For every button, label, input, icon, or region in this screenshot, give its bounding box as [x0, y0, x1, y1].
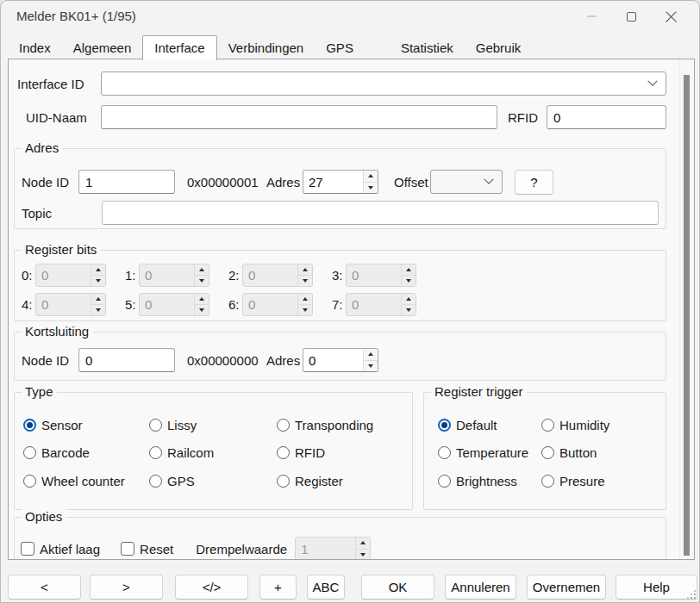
spinner-up-icon: [195, 264, 209, 276]
checkbox-aktief-laag[interactable]: Aktief laag: [21, 542, 100, 556]
window-controls: [572, 1, 691, 32]
opties-legend: Opties: [22, 509, 66, 524]
spinner-down-icon[interactable]: [364, 183, 378, 194]
uid-naam-label: UID-Naam: [26, 110, 87, 125]
radio-label: Humidity: [559, 418, 609, 432]
node-id-label: Node ID: [22, 175, 78, 190]
kortsluiting-hex-value: 0x00000000: [187, 353, 259, 368]
tab-gebruik[interactable]: Gebruik: [465, 37, 533, 59]
cancel-button[interactable]: Annuleren: [445, 575, 516, 600]
topic-input[interactable]: [102, 201, 659, 225]
apply-button[interactable]: Overnemen: [527, 575, 606, 600]
register-trigger-group: Register trigger Default Humidity Temper…: [423, 392, 666, 510]
kortsluiting-adres-value[interactable]: [303, 349, 363, 371]
tab-statistiek[interactable]: Statistiek: [390, 37, 465, 59]
radio-button-icon: [277, 475, 290, 488]
interface-tab-panel: Interface ID UID-Naam RFID Adres Node ID…: [8, 59, 695, 560]
type-group: Type Sensor Lissy Transponding B: [14, 392, 413, 510]
tab-verbindingen[interactable]: Verbindingen: [217, 37, 316, 59]
register-bit-label: 4:: [22, 297, 35, 312]
radio-button-icon: [277, 446, 290, 459]
radio-button-icon: [541, 475, 554, 488]
code-button[interactable]: </>: [175, 575, 248, 600]
resize-grip-icon[interactable]: [694, 597, 696, 599]
radio-label: RFID: [295, 445, 325, 460]
node-id-hex-value: 0x00000001: [187, 175, 259, 190]
checkbox-reset[interactable]: Reset: [121, 542, 173, 556]
kortsluiting-adres-spinner[interactable]: [303, 348, 378, 372]
radio-option-temperature[interactable]: Temperature: [438, 445, 541, 460]
help-button[interactable]: Help: [616, 575, 697, 600]
spinner-arrows: [355, 538, 370, 560]
ok-button[interactable]: OK: [361, 575, 434, 600]
register-bit-7-spinner: [346, 293, 416, 316]
radio-option-gps[interactable]: GPS: [149, 474, 277, 488]
radio-button-icon: [23, 419, 36, 432]
maximize-button[interactable]: [611, 1, 651, 32]
radio-option-button[interactable]: Button: [541, 445, 597, 460]
adres-spinner[interactable]: [303, 170, 378, 194]
register-bit-label: 3:: [332, 268, 346, 283]
radio-option-wheel-counter[interactable]: Wheel counter: [23, 474, 149, 488]
abc-button[interactable]: ABC: [307, 575, 345, 600]
spinner-down-icon: [298, 305, 312, 315]
scrollbar-thumb[interactable]: [684, 75, 690, 556]
tab-interface[interactable]: Interface: [142, 35, 216, 60]
register-trigger-legend: Register trigger: [431, 384, 527, 399]
node-id-input[interactable]: [78, 170, 175, 194]
close-button[interactable]: [651, 1, 691, 32]
help-question-button[interactable]: ?: [515, 170, 553, 195]
checkbox-icon: [21, 542, 34, 556]
adres-spinner-value[interactable]: [303, 171, 363, 193]
radio-option-transponding[interactable]: Transponding: [277, 418, 373, 432]
offset-combobox[interactable]: [430, 170, 503, 194]
uid-naam-input[interactable]: [101, 105, 497, 129]
spinner-up-icon: [402, 294, 416, 305]
register-bit-label: 1:: [125, 268, 139, 283]
spinner-up-icon[interactable]: [364, 171, 378, 183]
tab-algemeen[interactable]: Algemeen: [62, 37, 143, 59]
checkbox-icon: [121, 542, 134, 556]
drempelwaarde-value: [296, 538, 355, 560]
prev-record-button[interactable]: <: [8, 575, 81, 600]
tab-bar: Index Algemeen Interface Verbindingen GP…: [8, 35, 532, 59]
add-button[interactable]: +: [259, 575, 297, 600]
spinner-down-icon: [91, 276, 105, 286]
interface-id-combobox[interactable]: [101, 71, 666, 96]
register-bit-2-spinner: [242, 264, 313, 287]
spinner-arrows: [363, 349, 378, 371]
spinner-down-icon[interactable]: [364, 361, 378, 372]
spinner-down-icon: [195, 305, 209, 315]
radio-option-brightness[interactable]: Brightness: [438, 474, 541, 488]
vertical-scrollbar[interactable]: [679, 60, 693, 558]
radio-button-icon: [23, 475, 36, 488]
spinner-arrows: [297, 294, 312, 315]
radio-option-default[interactable]: Default: [438, 418, 541, 432]
rfid-input[interactable]: [547, 105, 666, 129]
register-bit-1-spinner: [139, 264, 209, 287]
kortsluiting-legend: Kortsluiting: [22, 324, 92, 339]
spinner-up-icon[interactable]: [364, 349, 378, 361]
radio-option-rfid[interactable]: RFID: [277, 445, 325, 460]
register-bit-4-spinner: [35, 293, 106, 316]
minimize-icon: [587, 16, 597, 17]
tab-gps[interactable]: GPS: [315, 37, 390, 59]
radio-label: Brightness: [456, 474, 517, 488]
radio-option-barcode[interactable]: Barcode: [23, 445, 149, 460]
radio-option-railcom[interactable]: Railcom: [149, 445, 277, 460]
tab-index[interactable]: Index: [8, 37, 62, 59]
radio-option-presure[interactable]: Presure: [541, 474, 605, 488]
radio-option-register[interactable]: Register: [277, 474, 343, 488]
radio-label: Railcom: [167, 445, 214, 460]
kortsluiting-node-id-input[interactable]: [78, 348, 175, 372]
radio-button-icon: [438, 446, 451, 459]
spinner-arrows: [91, 264, 105, 286]
kortsluiting-adres-label: Adres: [266, 353, 303, 368]
radio-option-humidity[interactable]: Humidity: [541, 418, 609, 432]
next-record-button[interactable]: >: [90, 575, 163, 600]
radio-option-lissy[interactable]: Lissy: [149, 418, 277, 432]
radio-option-sensor[interactable]: Sensor: [23, 418, 149, 432]
spinner-up-icon: [402, 264, 416, 276]
radio-label: Button: [559, 445, 597, 460]
spinner-up-icon: [91, 264, 105, 276]
